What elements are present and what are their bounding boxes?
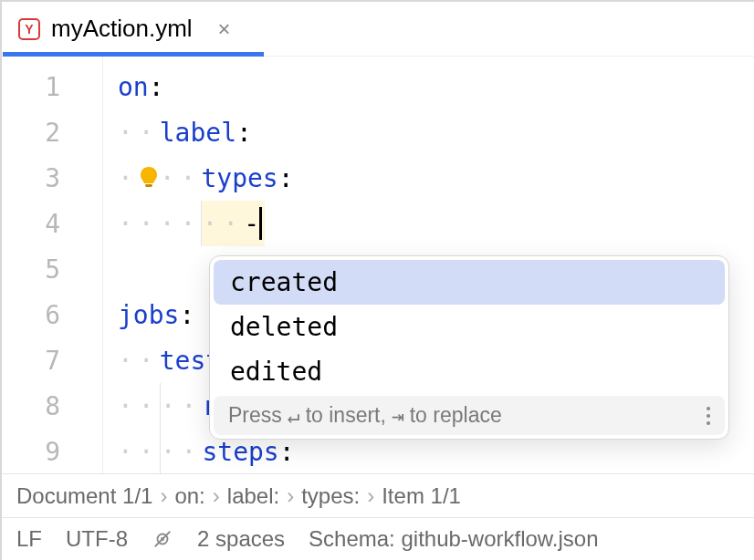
tab-bar: Y myAction.yml × (2, 2, 754, 57)
svg-rect-0 (145, 184, 152, 187)
autocomplete-item[interactable]: created (214, 260, 725, 305)
code-line[interactable]: ··label: (118, 109, 754, 155)
line-number: 5 (2, 246, 102, 292)
yaml-key: jobs (118, 300, 179, 330)
intention-bulb-icon[interactable] (137, 155, 161, 201)
line-number: 1 (2, 64, 102, 109)
chevron-right-icon: › (213, 483, 220, 509)
yaml-dash: - (244, 209, 259, 239)
line-ending-indicator[interactable]: LF (16, 526, 42, 552)
line-number: 6 (2, 292, 102, 337)
chevron-right-icon: › (160, 483, 167, 509)
line-number: 8 (2, 383, 102, 429)
colon: : (278, 163, 294, 193)
yaml-key: label (160, 118, 236, 148)
line-number: 3 (2, 155, 102, 201)
colon: : (236, 118, 252, 148)
close-tab-icon[interactable]: × (213, 16, 236, 42)
editor-tab[interactable]: Y myAction.yml × (2, 2, 253, 56)
autocomplete-footer: Press ↵ to insert, ⇥ to replace (214, 396, 725, 435)
tab-filename: myAction.yml (51, 15, 193, 43)
tab-key-icon: ⇥ (392, 404, 404, 428)
breadcrumb-item[interactable]: on: (174, 483, 204, 509)
line-number: 2 (2, 109, 102, 155)
breadcrumb-item[interactable]: types: (301, 483, 360, 509)
code-line[interactable]: ····types: (118, 155, 754, 201)
line-number: 7 (2, 337, 102, 383)
autocomplete-item[interactable]: edited (214, 349, 725, 394)
yaml-key: on (118, 72, 149, 102)
colon: : (279, 437, 295, 467)
chevron-right-icon: › (367, 483, 374, 509)
enter-key-icon: ↵ (288, 404, 300, 428)
more-options-icon[interactable] (707, 407, 710, 425)
code-line[interactable]: on: (118, 64, 754, 109)
encoding-indicator[interactable]: UTF-8 (66, 526, 128, 552)
autocomplete-popup: created deleted edited Press ↵ to insert… (209, 255, 729, 440)
schema-indicator[interactable]: Schema: github-workflow.json (309, 526, 598, 552)
breadcrumb-item[interactable]: label: (227, 483, 279, 509)
line-number-gutter: 1 2 3 4 5 6 7 8 9 (2, 57, 102, 473)
breadcrumb-bar: Document 1/1 › on: › label: › types: › I… (2, 473, 754, 517)
autocomplete-item[interactable]: deleted (214, 305, 725, 349)
colon: : (179, 300, 194, 330)
code-line[interactable]: ······- (118, 201, 754, 246)
breadcrumb-item[interactable]: Item 1/1 (382, 483, 461, 509)
readonly-icon[interactable] (152, 528, 173, 550)
yaml-key: types (201, 163, 278, 193)
chevron-right-icon: › (287, 483, 294, 509)
colon: : (149, 72, 164, 102)
yaml-file-icon: Y (18, 18, 40, 40)
autocomplete-hint: Press ↵ to insert, ⇥ to replace (228, 403, 502, 428)
text-caret (259, 207, 262, 240)
line-number: 4 (2, 201, 102, 246)
status-bar: LF UTF-8 2 spaces Schema: github-workflo… (2, 517, 754, 560)
indent-indicator[interactable]: 2 spaces (197, 526, 285, 552)
line-number: 9 (2, 429, 102, 474)
breadcrumb-item[interactable]: Document 1/1 (16, 483, 152, 509)
yaml-key: steps (202, 437, 278, 467)
